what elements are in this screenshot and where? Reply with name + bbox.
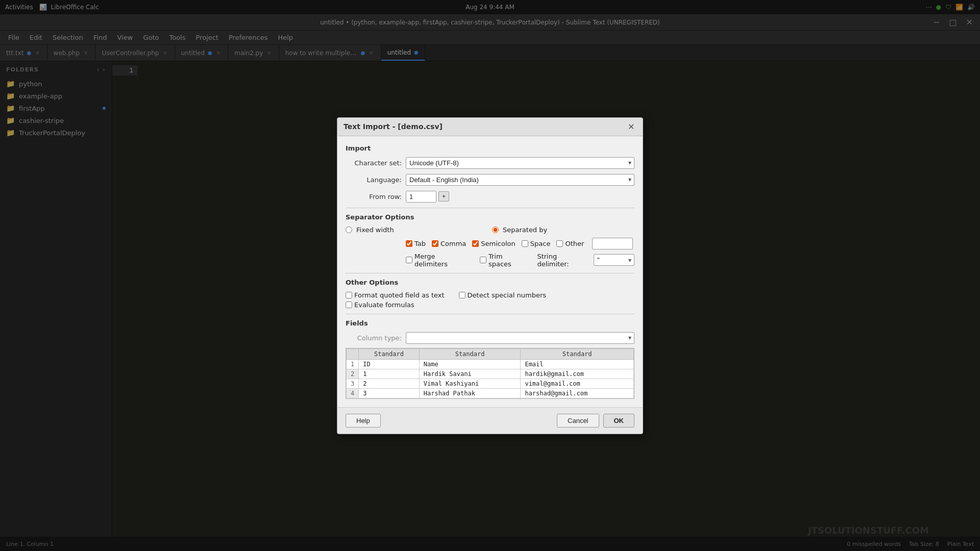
cell-1-1: ID [359, 359, 420, 369]
table-row: 3 2 Vimal Kashiyani vimal@gmail.com [347, 379, 634, 388]
from-row-row: From row: + [346, 191, 634, 203]
cancel-button[interactable]: Cancel [557, 414, 599, 428]
trim-spaces-checkbox[interactable] [480, 257, 486, 263]
separator-divider-1 [346, 208, 634, 208]
language-label: Language: [346, 176, 402, 184]
detect-special-label[interactable]: Detect special numbers [459, 291, 546, 299]
other-options-row1: Format quoted field as text Detect speci… [346, 291, 634, 299]
cell-3-3: vimal@gmail.com [521, 379, 634, 388]
cell-4-1: 3 [359, 388, 420, 398]
column-type-label: Column type: [346, 334, 402, 342]
preview-table: Standard Standard Standard 1 ID Name Ema… [346, 348, 634, 398]
format-quoted-checkbox[interactable] [346, 292, 352, 298]
tab-checkbox[interactable] [406, 240, 412, 247]
tab-checkbox-label[interactable]: Tab [406, 240, 426, 247]
language-select[interactable]: Default - English (India) [406, 174, 634, 186]
import-section-title: Import [346, 144, 634, 152]
from-row-spinbox[interactable] [406, 191, 436, 203]
fixed-width-label: Fixed width [356, 226, 394, 234]
other-options-title: Other Options [346, 279, 634, 286]
other-checkbox-label[interactable]: Other [556, 240, 584, 247]
dialog-body: Import Character set: Unicode (UTF-8) La… [337, 136, 643, 407]
row-num-2: 2 [347, 369, 359, 379]
preview-table-container: Standard Standard Standard 1 ID Name Ema… [346, 348, 634, 399]
fixed-width-radio[interactable] [346, 227, 352, 233]
from-row-increment-button[interactable]: + [438, 191, 449, 202]
evaluate-formulas-label[interactable]: Evaluate formulas [346, 301, 414, 309]
cell-2-3: hardik@gmail.com [521, 369, 634, 379]
other-checkbox[interactable] [556, 240, 563, 247]
string-delimiter-label: String delimiter: [537, 253, 590, 268]
space-checkbox-label[interactable]: Space [522, 240, 551, 247]
dialog-title: Text Import - [demo.csv] [344, 122, 443, 131]
preview-col-header-1[interactable]: Standard [359, 348, 420, 359]
from-row-label: From row: [346, 193, 402, 201]
table-row: 4 3 Harshad Pathak harshad@gmail.com [347, 388, 634, 398]
dialog-titlebar: Text Import - [demo.csv] ✕ [337, 118, 643, 136]
row-num-1: 1 [347, 359, 359, 369]
preview-col-header-2[interactable]: Standard [419, 348, 521, 359]
string-delimiter-select[interactable]: " [594, 254, 634, 266]
ok-button[interactable]: OK [603, 414, 635, 428]
separator-options-title: Separator Options [346, 213, 634, 221]
cell-3-2: Vimal Kashiyani [419, 379, 521, 388]
fields-section-title: Fields [346, 319, 634, 327]
column-type-row: Column type: [346, 332, 634, 344]
separated-by-radio[interactable] [492, 227, 499, 233]
help-button[interactable]: Help [346, 414, 381, 428]
cell-2-2: Hardik Savani [419, 369, 521, 379]
dialog-footer: Help Cancel OK [337, 407, 643, 434]
other-separator-input[interactable] [592, 238, 633, 249]
cell-3-1: 2 [359, 379, 420, 388]
dialog-close-button[interactable]: ✕ [626, 122, 636, 132]
cell-4-2: Harshad Pathak [419, 388, 521, 398]
separated-by-label: Separated by [503, 226, 547, 234]
dialog-overlay: Text Import - [demo.csv] ✕ Import Charac… [0, 0, 980, 551]
cell-1-2: Name [419, 359, 521, 369]
space-checkbox[interactable] [522, 240, 528, 247]
column-type-select[interactable] [406, 332, 634, 344]
cell-4-3: harshad@gmail.com [521, 388, 634, 398]
merge-delimiters-label[interactable]: Merge delimiters [406, 253, 470, 268]
table-row: 1 ID Name Email [347, 359, 634, 369]
table-row: 2 1 Hardik Savani hardik@gmail.com [347, 369, 634, 379]
separator-type-row: Fixed width Separated by [346, 226, 634, 234]
cell-2-1: 1 [359, 369, 420, 379]
semicolon-checkbox[interactable] [472, 240, 479, 247]
detect-special-checkbox[interactable] [459, 292, 465, 298]
other-options-row2: Evaluate formulas [346, 301, 634, 309]
merge-trim-row: Merge delimiters Trim spaces String deli… [346, 253, 634, 268]
comma-checkbox-label[interactable]: Comma [432, 240, 466, 247]
row-num-3: 3 [347, 379, 359, 388]
separator-divider-2 [346, 273, 634, 273]
language-row: Language: Default - English (India) [346, 174, 634, 186]
semicolon-checkbox-label[interactable]: Semicolon [472, 240, 515, 247]
preview-col-header-3[interactable]: Standard [521, 348, 634, 359]
preview-col-rownum [347, 348, 359, 359]
comma-checkbox[interactable] [432, 240, 438, 247]
separator-checkboxes-row: Tab Comma Semicolon Space [346, 238, 634, 249]
separator-divider-3 [346, 314, 634, 314]
trim-spaces-label[interactable]: Trim spaces [480, 253, 527, 268]
evaluate-formulas-checkbox[interactable] [346, 302, 352, 308]
cell-1-3: Email [521, 359, 634, 369]
text-import-dialog: Text Import - [demo.csv] ✕ Import Charac… [337, 117, 643, 434]
character-set-label: Character set: [346, 159, 402, 167]
row-num-4: 4 [347, 388, 359, 398]
format-quoted-label[interactable]: Format quoted field as text [346, 291, 445, 299]
character-set-row: Character set: Unicode (UTF-8) [346, 157, 634, 169]
merge-delimiters-checkbox[interactable] [406, 257, 412, 263]
character-set-select[interactable]: Unicode (UTF-8) [406, 157, 634, 169]
